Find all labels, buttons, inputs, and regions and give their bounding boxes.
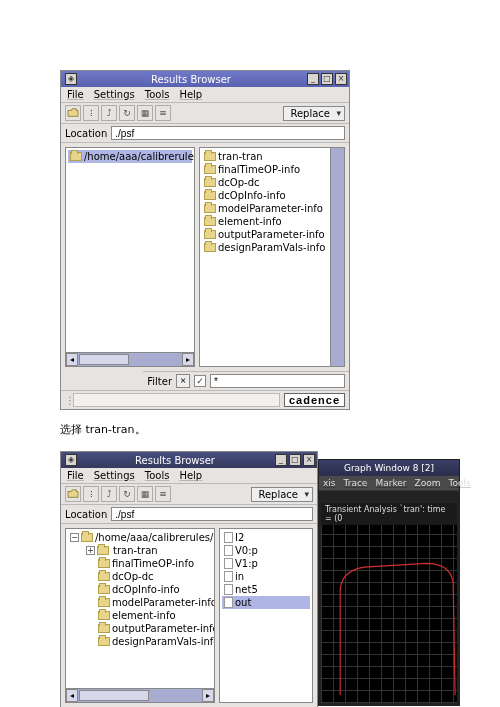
- minimize-button[interactable]: _: [307, 73, 319, 85]
- menu-tools[interactable]: Tools: [145, 470, 170, 481]
- minimize-button[interactable]: _: [275, 454, 287, 466]
- menu-zoom[interactable]: Zoom: [415, 478, 441, 488]
- folder-icon: [98, 637, 110, 646]
- result-item[interactable]: modelParameter-info: [202, 202, 328, 215]
- result-item[interactable]: outputParameter-info: [202, 228, 328, 241]
- tree-item[interactable]: element-info: [68, 609, 212, 622]
- grip-icon: ⋮: [65, 395, 73, 406]
- toolbar: ⫶ ⤴ ↻ ▦ ≡ Replace: [61, 484, 317, 505]
- graph-window: Graph Window 8 [2] xis Trace Marker Zoom…: [318, 459, 460, 706]
- left-pane: − /home/aaa/calibrerules/invpe +tran-tra…: [65, 528, 215, 703]
- location-row: Location: [61, 124, 349, 143]
- tree-item[interactable]: dcOp-dc: [68, 570, 212, 583]
- tree-item[interactable]: outputParameter-info: [68, 622, 212, 635]
- toolbar: ⫶ ⤴ ↻ ▦ ≡ Replace: [61, 103, 349, 124]
- graph-subtitle: Transient Analysis `tran': time = (0: [321, 503, 457, 525]
- menu-help[interactable]: Help: [179, 470, 202, 481]
- result-item[interactable]: tran-tran: [202, 150, 328, 163]
- graph-titlebar[interactable]: Graph Window 8 [2]: [319, 460, 459, 476]
- tree-item[interactable]: designParamVals-info: [68, 635, 212, 648]
- menu-help[interactable]: Help: [179, 89, 202, 100]
- signal-item[interactable]: I2: [222, 531, 310, 544]
- menu-tools[interactable]: Tools: [145, 89, 170, 100]
- folder-icon: [204, 243, 216, 252]
- left-hscroll[interactable]: ◂ ▸: [66, 352, 194, 366]
- location-label: Location: [65, 509, 107, 520]
- result-item[interactable]: designParamVals-info: [202, 241, 328, 254]
- tool-chart-icon[interactable]: ⫶: [83, 105, 99, 121]
- tool-refresh-icon[interactable]: ↻: [119, 105, 135, 121]
- tool-export-icon[interactable]: ⤴: [101, 486, 117, 502]
- menu-settings[interactable]: Settings: [94, 89, 135, 100]
- mode-combo[interactable]: Replace: [251, 487, 313, 502]
- signal-item[interactable]: net5: [222, 583, 310, 596]
- result-item[interactable]: dcOp-dc: [202, 176, 328, 189]
- folder-icon: [98, 572, 110, 581]
- menu-file[interactable]: File: [67, 470, 84, 481]
- location-input[interactable]: [111, 126, 345, 140]
- menu-settings[interactable]: Settings: [94, 470, 135, 481]
- folder-icon: [204, 178, 216, 187]
- maximize-button[interactable]: □: [289, 454, 301, 466]
- filter-clear-button[interactable]: ⨯: [176, 374, 190, 388]
- tool-refresh-icon[interactable]: ↻: [119, 486, 135, 502]
- expand-icon[interactable]: +: [86, 546, 95, 555]
- mode-combo[interactable]: Replace: [283, 106, 345, 121]
- menu-marker[interactable]: Marker: [375, 478, 406, 488]
- tree-path-row[interactable]: /home/aaa/calibrerules/invpe: [68, 150, 192, 163]
- sysmenu-icon[interactable]: ◈: [65, 454, 77, 466]
- tree-item[interactable]: +tran-tran: [68, 544, 212, 557]
- open-button[interactable]: [65, 105, 81, 121]
- tree-item[interactable]: modelParameter-info: [68, 596, 212, 609]
- menu-trace[interactable]: Trace: [344, 478, 368, 488]
- tool-list-icon[interactable]: ≡: [155, 105, 171, 121]
- titlebar[interactable]: ◈ Results Browser _ □ ×: [61, 71, 349, 87]
- open-button[interactable]: [65, 486, 81, 502]
- result-item[interactable]: dcOpInfo-info: [202, 189, 328, 202]
- folder-icon: [70, 152, 82, 161]
- caption: 选择 tran-tran。: [60, 422, 470, 437]
- sysmenu-icon[interactable]: ◈: [65, 73, 77, 85]
- collapse-icon[interactable]: −: [70, 533, 79, 542]
- folder-icon: [98, 624, 110, 633]
- signal-item[interactable]: V1:p: [222, 557, 310, 570]
- tool-grid-icon[interactable]: ▦: [137, 486, 153, 502]
- right-vscroll[interactable]: [330, 148, 344, 366]
- results-browser-window-2: ◈ Results Browser _ □ × File Settings To…: [60, 451, 318, 707]
- menu-file[interactable]: File: [67, 89, 84, 100]
- tree-item[interactable]: dcOpInfo-info: [68, 583, 212, 596]
- location-input[interactable]: [111, 507, 313, 521]
- folder-icon: [204, 165, 216, 174]
- plot-area[interactable]: [321, 525, 457, 703]
- brand-logo: cadence: [284, 393, 345, 407]
- folder-icon: [98, 585, 110, 594]
- filter-label: Filter: [147, 376, 172, 387]
- maximize-button[interactable]: □: [321, 73, 333, 85]
- titlebar[interactable]: ◈ Results Browser _ □ ×: [61, 452, 317, 468]
- tool-grid-icon[interactable]: ▦: [137, 105, 153, 121]
- signal-item[interactable]: V0:p: [222, 544, 310, 557]
- result-item[interactable]: element-info: [202, 215, 328, 228]
- signal-item[interactable]: out: [222, 596, 310, 609]
- signal-item[interactable]: in: [222, 570, 310, 583]
- tree-path-label: /home/aaa/calibrerules/invpe: [84, 151, 194, 162]
- close-button[interactable]: ×: [303, 454, 315, 466]
- window-title: Results Browser: [77, 455, 273, 466]
- tool-export-icon[interactable]: ⤴: [101, 105, 117, 121]
- close-button[interactable]: ×: [335, 73, 347, 85]
- folder-icon: [204, 152, 216, 161]
- tool-list-icon[interactable]: ≡: [155, 486, 171, 502]
- menu-axis[interactable]: xis: [323, 478, 336, 488]
- left-hscroll[interactable]: ◂ ▸: [66, 688, 214, 702]
- filter-input[interactable]: [210, 374, 345, 388]
- tree-root-row[interactable]: − /home/aaa/calibrerules/invpe: [68, 531, 212, 544]
- tree-item[interactable]: finalTimeOP-info: [68, 557, 212, 570]
- result-item[interactable]: finalTimeOP-info: [202, 163, 328, 176]
- folder-icon: [204, 230, 216, 239]
- right-pane: I2 V0:p V1:p in net5 out: [219, 528, 313, 703]
- filter-checkbox[interactable]: ✓: [194, 375, 206, 387]
- menu-tools[interactable]: Tools: [448, 478, 470, 488]
- tool-chart-icon[interactable]: ⫶: [83, 486, 99, 502]
- menubar: File Settings Tools Help: [61, 468, 317, 484]
- file-icon: [224, 558, 233, 569]
